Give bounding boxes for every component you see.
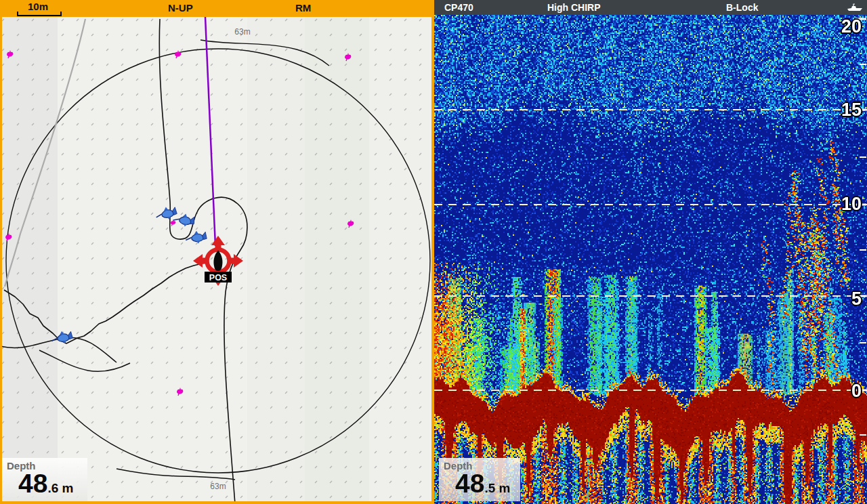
sonar-echogram[interactable]: [434, 15, 867, 504]
range-scale-label[interactable]: 10m: [16, 1, 60, 12]
contour-label: 63m: [210, 482, 226, 491]
panel-separator: [431, 0, 434, 504]
sonar-panel[interactable]: CP470 High CHIRP B-Lock 20 15 10 5 0: [434, 0, 867, 504]
depth-value-frac: .6 m: [47, 481, 73, 496]
sonar-channel-label: High CHIRP: [547, 2, 601, 13]
depth-value: 48 .6 m: [2, 470, 87, 497]
mfd-screen: 63m 63m POS: [0, 0, 867, 504]
pos-label: POS: [209, 273, 227, 282]
sonar-depth-box: Depth 48 .5 m: [439, 458, 520, 501]
range-scale-bracket: [17, 12, 62, 16]
orientation-label: N-UP: [168, 2, 193, 14]
motion-mode-label: RM: [295, 2, 311, 14]
panel-border: [0, 501, 434, 504]
sonar-header: CP470 High CHIRP B-Lock: [434, 0, 867, 15]
bottom-lock-label: B-Lock: [726, 2, 758, 13]
depth-value-frac: .5 m: [484, 481, 510, 496]
chart-topbar: 10m N-UP RM: [0, 0, 434, 17]
contour-label: 63m: [234, 27, 250, 37]
sounder-model-label: CP470: [444, 2, 473, 13]
panel-border: [0, 0, 2, 504]
depth-scale-label: 20: [821, 17, 862, 37]
depth-scale-label: 10: [821, 194, 862, 215]
chart-depth-box: Depth 48 .6 m: [2, 458, 87, 501]
depth-scale-label: 0: [821, 381, 862, 402]
depth-value-main: 48: [455, 470, 484, 497]
depth-value-main: 48: [18, 470, 47, 497]
depth-scale-label: 5: [821, 289, 862, 310]
boat-icon: [846, 3, 864, 12]
depth-value: 48 .5 m: [439, 470, 520, 497]
chart-canvas[interactable]: 63m 63m POS: [0, 17, 434, 504]
chart-panel[interactable]: 63m 63m POS: [0, 0, 434, 504]
depth-scale-label: 15: [821, 100, 862, 121]
